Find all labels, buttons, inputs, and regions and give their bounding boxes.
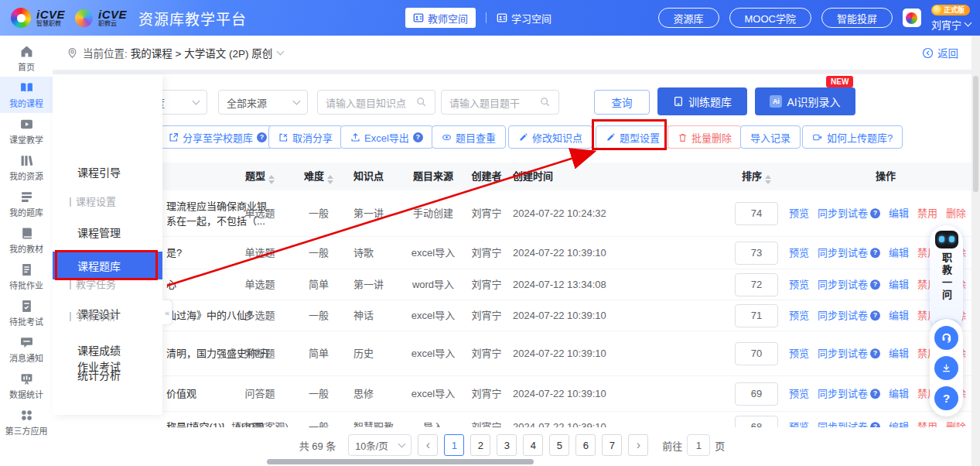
question-stem-search-input[interactable]: 请输入题目题干 bbox=[441, 90, 559, 115]
share-to-school-bank-button[interactable]: 分享至学校题库 ? bbox=[159, 125, 277, 149]
learning-space-link[interactable]: 学习空间 bbox=[497, 11, 551, 26]
query-button[interactable]: 查询 bbox=[594, 90, 650, 115]
jump-page-input[interactable]: 1 bbox=[687, 434, 710, 456]
submenu-collapse-button[interactable]: « bbox=[162, 300, 172, 325]
ai-recognition-button[interactable]: Ai AI识别录入 bbox=[755, 87, 855, 115]
mooc-academy-pill[interactable]: MOOC学院 bbox=[729, 8, 811, 28]
help-badge-icon[interactable]: ? bbox=[870, 310, 880, 320]
next-page-button[interactable]: › bbox=[628, 434, 648, 456]
preview-link[interactable]: 预览 bbox=[789, 206, 809, 221]
sidebar-item-messages[interactable]: 消息通知 bbox=[0, 331, 53, 368]
disable-link[interactable]: 禁用 bbox=[917, 206, 937, 221]
sidebar-item-my-question-bank[interactable]: 我的题库 bbox=[0, 186, 53, 222]
sidebar-item-pending-exams[interactable]: 待批考试 bbox=[0, 295, 53, 331]
submenu-item-course-question-bank[interactable]: 课程题库 bbox=[53, 252, 162, 279]
training-bank-button[interactable]: 训练题库 bbox=[657, 87, 747, 115]
page-button-3[interactable]: 3 bbox=[497, 434, 517, 456]
chevron-down-icon[interactable] bbox=[277, 47, 285, 55]
how-to-upload-button[interactable]: 如何上传题库? bbox=[802, 125, 903, 149]
submenu-item-statistics-analysis[interactable]: 统计分析 bbox=[53, 365, 162, 386]
order-input[interactable]: 70 bbox=[735, 342, 778, 365]
page-button-6[interactable]: 6 bbox=[575, 434, 596, 456]
customer-service-button[interactable] bbox=[934, 326, 958, 350]
edit-link[interactable]: 编辑 bbox=[889, 206, 909, 221]
sidebar-item-classroom[interactable]: 课堂教学 bbox=[0, 113, 53, 149]
prev-page-button[interactable]: ‹ bbox=[418, 434, 438, 456]
sync-to-paper-link[interactable]: 同步到试卷? bbox=[818, 206, 880, 221]
order-input[interactable]: 71 bbox=[735, 304, 778, 327]
breadcrumb-path[interactable]: 我的课程 > 大学语文 (2P) 原创 bbox=[131, 45, 272, 60]
preview-link[interactable]: 预览 bbox=[789, 245, 809, 261]
back-button[interactable]: 返回 bbox=[922, 45, 958, 60]
teacher-space-button[interactable]: 教师空间 bbox=[405, 8, 476, 28]
page-button-2[interactable]: 2 bbox=[470, 434, 490, 456]
col-header-question-type[interactable]: 题型 bbox=[229, 169, 291, 184]
order-input[interactable]: 69 bbox=[735, 382, 778, 406]
help-badge-icon[interactable]: ? bbox=[413, 132, 423, 142]
sidebar-item-my-resources[interactable]: 我的资源 bbox=[0, 149, 53, 186]
sort-icon[interactable] bbox=[765, 175, 771, 184]
page-size-select[interactable]: 10条/页 bbox=[348, 434, 411, 456]
help-badge-icon[interactable]: ? bbox=[870, 389, 880, 399]
col-header-order[interactable]: 排序 bbox=[714, 169, 799, 184]
submenu-item-course-grades[interactable]: 课程成绩 bbox=[53, 340, 162, 361]
resource-library-pill[interactable]: 资源库 bbox=[658, 8, 719, 28]
duplicate-check-button[interactable]: 题目查重 bbox=[432, 125, 506, 149]
help-badge-icon[interactable]: ? bbox=[257, 132, 267, 142]
preview-link[interactable]: 预览 bbox=[789, 277, 809, 293]
sort-icon[interactable] bbox=[327, 175, 333, 184]
assistant-widget[interactable]: 职教一问 bbox=[930, 225, 963, 331]
preview-link[interactable]: 预览 bbox=[789, 346, 809, 361]
icve-app-icon[interactable] bbox=[903, 9, 921, 27]
source-select[interactable]: 全部来源 bbox=[218, 90, 308, 115]
page-button-4[interactable]: 4 bbox=[523, 434, 543, 456]
help-button[interactable]: ? bbox=[934, 386, 958, 410]
edit-knowledge-point-button[interactable]: 修改知识点 bbox=[508, 125, 592, 149]
user-menu[interactable]: 刘宵宁 bbox=[931, 17, 971, 32]
help-badge-icon[interactable]: ? bbox=[870, 248, 880, 258]
import-log-button[interactable]: 导入记录 bbox=[740, 125, 801, 149]
help-badge-icon[interactable]: ? bbox=[870, 279, 880, 290]
submenu-item-course-guide[interactable]: 课程引导 bbox=[53, 162, 162, 183]
sort-icon[interactable] bbox=[268, 175, 275, 184]
question-type-setting-button[interactable]: 题型设置 bbox=[596, 125, 670, 149]
preview-link[interactable]: 预览 bbox=[789, 308, 809, 324]
cancel-share-button[interactable]: 取消分享 bbox=[268, 125, 343, 149]
smart-cast-pill[interactable]: 智能投屏 bbox=[821, 8, 893, 28]
col-header-difficulty[interactable]: 难度 bbox=[289, 169, 348, 184]
sync-to-paper-link[interactable]: 同步到试卷? bbox=[818, 346, 880, 361]
delete-link[interactable]: 删除 bbox=[946, 206, 966, 221]
sidebar-item-pending-homework[interactable]: 待批作业 bbox=[0, 259, 53, 295]
sync-to-paper-link[interactable]: 同步到试卷? bbox=[818, 308, 880, 324]
help-badge-icon[interactable]: ? bbox=[870, 348, 880, 358]
sidebar-item-my-courses[interactable]: 我的课程 bbox=[0, 77, 53, 113]
submenu-item-course-management[interactable]: 课程管理 bbox=[53, 222, 162, 244]
horizontal-scrollbar[interactable] bbox=[267, 459, 534, 464]
order-input[interactable]: 74 bbox=[735, 202, 778, 225]
page-button-1[interactable]: 1 bbox=[444, 434, 464, 456]
vertical-scrollbar-thumb[interactable] bbox=[973, 76, 978, 192]
sidebar-item-my-textbooks[interactable]: 我的教材 bbox=[0, 222, 53, 259]
sidebar-item-data-statistics[interactable]: 数据统计 bbox=[0, 368, 53, 404]
vertical-scrollbar-track[interactable] bbox=[971, 36, 980, 466]
sidebar-item-third-party-apps[interactable]: 第三方应用 bbox=[0, 404, 53, 440]
help-badge-icon[interactable]: ? bbox=[870, 208, 880, 218]
edit-link[interactable]: 编辑 bbox=[889, 277, 909, 293]
edit-link[interactable]: 编辑 bbox=[889, 346, 909, 361]
edit-link[interactable]: 编辑 bbox=[889, 245, 909, 261]
page-button-5[interactable]: 5 bbox=[549, 434, 569, 456]
knowledge-point-search-input[interactable]: 请输入题目知识点 bbox=[317, 90, 435, 115]
sidebar-item-home[interactable]: 首页 bbox=[0, 40, 53, 77]
sync-to-paper-link[interactable]: 同步到试卷? bbox=[818, 277, 880, 293]
sync-to-paper-link[interactable]: 同步到试卷? bbox=[818, 386, 880, 402]
sync-to-paper-link[interactable]: 同步到试卷? bbox=[818, 245, 880, 261]
edit-link[interactable]: 编辑 bbox=[889, 386, 909, 402]
excel-export-button[interactable]: Excel导出 ? bbox=[340, 125, 433, 149]
order-input[interactable]: 72 bbox=[735, 273, 778, 296]
order-input[interactable]: 73 bbox=[735, 242, 778, 265]
page-button-7[interactable]: 7 bbox=[602, 434, 622, 456]
edit-link[interactable]: 编辑 bbox=[889, 308, 909, 324]
download-button[interactable] bbox=[934, 356, 958, 380]
batch-delete-button[interactable]: 批量删除 bbox=[668, 125, 742, 149]
preview-link[interactable]: 预览 bbox=[789, 386, 809, 402]
